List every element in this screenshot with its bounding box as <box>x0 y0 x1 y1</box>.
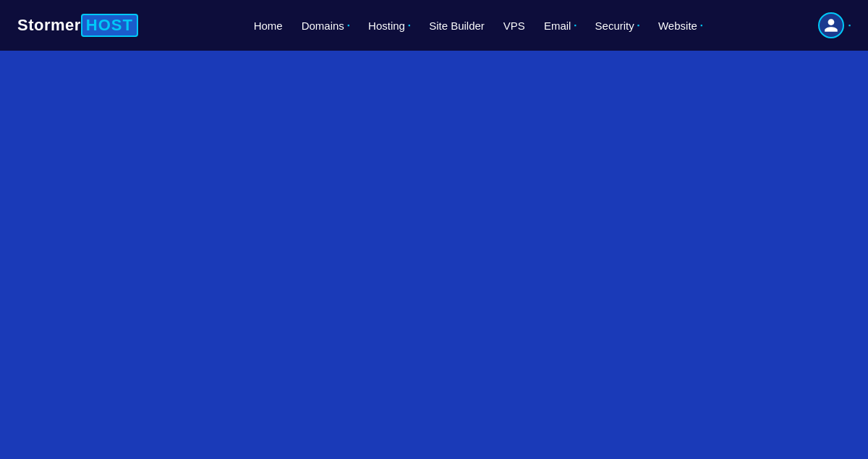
nav-item-security[interactable]: Security ▪ <box>588 14 647 38</box>
nav-item-site-builder[interactable]: Site Builder <box>422 14 492 38</box>
nav-item-hosting[interactable]: Hosting ▪ <box>361 14 417 38</box>
nav-link-email[interactable]: Email ▪ <box>537 14 584 38</box>
nav-item-website[interactable]: Website ▪ <box>651 14 710 38</box>
nav-item-vps[interactable]: VPS <box>496 14 532 38</box>
dropdown-arrow-email: ▪ <box>574 22 576 29</box>
user-svg <box>823 17 839 33</box>
main-content <box>0 51 868 459</box>
nav-link-website[interactable]: Website ▪ <box>651 14 710 38</box>
nav-link-hosting[interactable]: Hosting ▪ <box>361 14 417 38</box>
nav-right: ▪ <box>818 12 851 38</box>
user-menu[interactable]: ▪ <box>818 12 851 38</box>
dropdown-arrow-hosting: ▪ <box>408 22 410 29</box>
user-avatar-icon <box>818 12 844 38</box>
nav-link-vps[interactable]: VPS <box>496 14 532 38</box>
dropdown-arrow-domains: ▪ <box>347 22 349 29</box>
logo-stormer-text: Stormer <box>17 16 81 35</box>
dropdown-arrow-security: ▪ <box>637 22 639 29</box>
nav-link-site-builder[interactable]: Site Builder <box>422 14 492 38</box>
nav-item-home[interactable]: Home <box>247 14 290 38</box>
user-dropdown-arrow: ▪ <box>848 22 851 29</box>
logo[interactable]: StormerHOST <box>17 14 138 37</box>
dropdown-arrow-website: ▪ <box>700 22 702 29</box>
nav-item-domains[interactable]: Domains ▪ <box>294 14 357 38</box>
nav-item-email[interactable]: Email ▪ <box>537 14 584 38</box>
nav-link-home[interactable]: Home <box>247 14 290 38</box>
logo-host-text: HOST <box>81 14 138 37</box>
nav-links: Home Domains ▪ Hosting ▪ Site Builder VP… <box>247 14 710 38</box>
nav-link-security[interactable]: Security ▪ <box>588 14 647 38</box>
navbar: StormerHOST Home Domains ▪ Hosting ▪ Sit… <box>0 0 868 51</box>
nav-link-domains[interactable]: Domains ▪ <box>294 14 357 38</box>
